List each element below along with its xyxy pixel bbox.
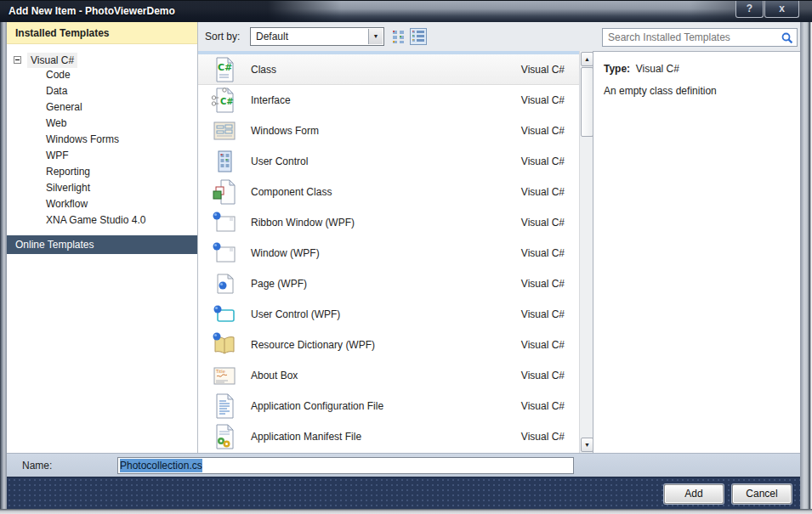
template-list-item[interactable]: Application Manifest File Visual C#: [198, 421, 580, 452]
template-language: Visual C#: [521, 299, 565, 330]
scrollbar-thumb[interactable]: [581, 67, 593, 137]
template-list-item[interactable]: Title About Box Visual C#: [198, 360, 580, 391]
sort-by-dropdown[interactable]: Default ▼: [250, 27, 384, 46]
template-language: Visual C#: [521, 54, 565, 85]
user-control-icon: [211, 148, 238, 175]
app-config-file-icon: [211, 393, 238, 420]
template-name: User Control: [251, 146, 308, 177]
template-list: C# Class Visual C# C# Interface Visual C…: [197, 51, 593, 453]
template-language: Visual C#: [521, 421, 565, 452]
template-description: An empty class definition: [604, 85, 717, 97]
template-list-item[interactable]: Windows Form Visual C#: [198, 116, 580, 146]
component-class-icon: [211, 178, 238, 206]
template-language: Visual C#: [521, 360, 565, 391]
resource-dictionary-icon: [211, 331, 238, 359]
name-input[interactable]: Photocollection.cs: [117, 457, 574, 474]
dialog-content: Installed Templates Visual C# CodeDataGe…: [7, 22, 800, 509]
search-toolbar: [593, 22, 800, 51]
template-language: Visual C#: [521, 238, 565, 268]
template-language: Visual C#: [521, 116, 565, 146]
cancel-button[interactable]: Cancel: [732, 484, 792, 504]
title-bar: Add New Item - PhotoViewerDemo ? x: [0, 0, 812, 22]
online-templates-header[interactable]: Online Templates: [7, 235, 197, 254]
app-manifest-file-icon: [211, 423, 238, 450]
template-name: Application Manifest File: [251, 421, 361, 452]
template-list-item[interactable]: Application Configuration File Visual C#: [198, 391, 580, 421]
sidebar-item-xna-game-studio-4-0[interactable]: XNA Game Studio 4.0: [7, 212, 197, 229]
template-name: User Control (WPF): [251, 299, 340, 330]
template-info-panel: Type: Visual C# An empty class definitio…: [593, 51, 800, 453]
template-list-item[interactable]: C# Interface Visual C#: [198, 85, 580, 116]
wpf-window-icon: [211, 240, 238, 267]
about-box-icon: Title: [211, 362, 238, 389]
sidebar-item-web[interactable]: Web: [7, 116, 197, 132]
template-list-item[interactable]: Ribbon Window (WPF) Visual C#: [198, 207, 580, 238]
search-input[interactable]: [603, 29, 776, 46]
template-name: Application Configuration File: [251, 391, 383, 421]
template-name: Ribbon Window (WPF): [251, 207, 355, 238]
scroll-up-icon[interactable]: ▲: [581, 52, 593, 66]
scroll-down-icon[interactable]: ▼: [581, 438, 593, 452]
tree-children: CodeDataGeneralWebWindows FormsWPFReport…: [7, 67, 197, 229]
template-language: Visual C#: [521, 330, 565, 360]
template-name: Page (WPF): [251, 268, 307, 299]
template-language: Visual C#: [521, 85, 565, 116]
template-language: Visual C#: [521, 207, 565, 238]
csharp-class-icon: C#: [211, 56, 238, 83]
template-list-item[interactable]: Page (WPF) Visual C#: [198, 268, 580, 299]
template-language: Visual C#: [521, 146, 565, 177]
wpf-window-icon: [211, 209, 238, 236]
sidebar-item-workflow[interactable]: Workflow: [7, 196, 197, 212]
csharp-interface-icon: C#: [211, 87, 238, 114]
search-box[interactable]: [602, 28, 798, 47]
template-name: Window (WPF): [251, 238, 320, 268]
template-list-item[interactable]: Window (WPF) Visual C#: [198, 238, 580, 268]
template-name: Resource Dictionary (WPF): [251, 330, 375, 360]
template-name: Component Class: [251, 177, 332, 207]
collapse-expander-icon[interactable]: [14, 56, 21, 64]
type-label: Type:: [604, 63, 630, 75]
template-list-item[interactable]: Resource Dictionary (WPF) Visual C#: [198, 330, 580, 360]
help-button[interactable]: ?: [735, 1, 764, 18]
sort-by-value: Default: [256, 28, 288, 45]
template-name: Class: [251, 54, 276, 85]
template-rows: C# Class Visual C# C# Interface Visual C…: [198, 54, 580, 452]
search-icon[interactable]: [781, 31, 794, 45]
window-frame-bottom: [0, 509, 812, 514]
template-type: Type: Visual C#: [604, 63, 679, 75]
sidebar-item-wpf[interactable]: WPF: [7, 148, 197, 164]
dropdown-arrow-icon[interactable]: ▼: [368, 29, 383, 44]
template-name: Interface: [251, 85, 291, 116]
name-value-selected: Photocollection.cs: [120, 459, 202, 472]
sort-by-label: Sort by:: [205, 22, 240, 51]
template-list-item[interactable]: User Control Visual C#: [198, 146, 580, 177]
list-toolbar: Sort by: Default ▼: [197, 22, 593, 51]
list-scrollbar[interactable]: ▲ ▼: [579, 51, 593, 453]
template-list-item[interactable]: User Control (WPF) Visual C#: [198, 299, 580, 330]
tree-node-visual-csharp[interactable]: Visual C#: [7, 53, 197, 68]
small-icons-view-button[interactable]: [410, 28, 427, 45]
template-language: Visual C#: [521, 177, 565, 207]
window-title: Add New Item - PhotoViewerDemo: [9, 1, 175, 22]
wpf-user-control-icon: [211, 301, 238, 328]
template-list-item[interactable]: C# Class Visual C#: [198, 54, 580, 85]
template-language: Visual C#: [521, 268, 565, 299]
template-language: Visual C#: [521, 391, 565, 421]
sidebar-item-windows-forms[interactable]: Windows Forms: [7, 132, 197, 148]
svg-text:C#: C#: [218, 62, 232, 73]
medium-icons-view-button[interactable]: [390, 28, 407, 45]
type-value: Visual C#: [636, 63, 679, 75]
sidebar-item-silverlight[interactable]: Silverlight: [7, 180, 197, 196]
template-list-item[interactable]: Component Class Visual C#: [198, 177, 580, 207]
add-button[interactable]: Add: [664, 484, 724, 504]
name-row: Name: Photocollection.cs: [7, 453, 800, 477]
installed-templates-header[interactable]: Installed Templates: [7, 22, 197, 44]
sidebar-item-general[interactable]: General: [7, 99, 197, 116]
sidebar-item-code[interactable]: Code: [7, 67, 197, 83]
close-button[interactable]: x: [764, 1, 799, 18]
add-new-item-dialog: Add New Item - PhotoViewerDemo ? x Insta…: [0, 0, 812, 514]
windows-form-icon: [211, 117, 238, 144]
dialog-footer: Add Cancel: [7, 477, 800, 509]
sidebar-item-data[interactable]: Data: [7, 83, 197, 99]
sidebar-item-reporting[interactable]: Reporting: [7, 164, 197, 180]
